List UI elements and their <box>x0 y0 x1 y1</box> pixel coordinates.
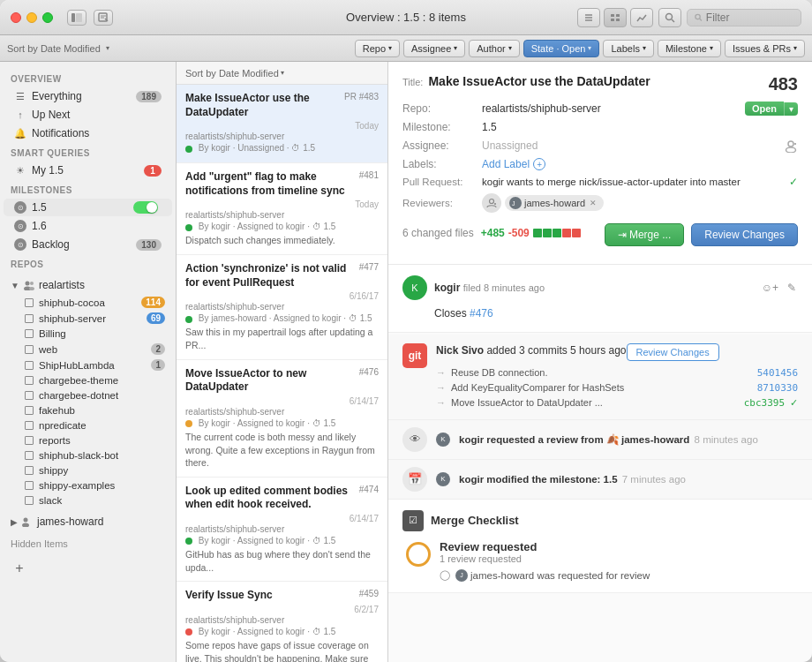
chart-view-button[interactable] <box>630 8 653 27</box>
issue-title-476: Move IssueActor to new DataUpdater <box>185 367 359 395</box>
issue-item-476[interactable]: Move IssueActor to new DataUpdater #476 … <box>177 360 387 478</box>
add-label-button[interactable]: + <box>533 158 545 170</box>
issue-sort-label[interactable]: Sort by Date Modified <box>185 68 279 79</box>
close-button[interactable] <box>11 12 21 23</box>
titlebar-right <box>577 8 801 27</box>
repo-item-npredicate[interactable]: npredicate <box>4 418 172 433</box>
milestone-15-toggle[interactable] <box>133 201 158 214</box>
sidebar-section-overview: Overview <box>0 69 176 87</box>
filter-author[interactable]: Author▾ <box>469 40 519 57</box>
people-icon-2 <box>21 516 34 527</box>
svg-rect-1 <box>76 13 82 22</box>
repo-group-expand-icon: ▶ <box>11 517 18 527</box>
add-label-link[interactable]: Add Label <box>482 158 530 170</box>
sidebar-add-button[interactable]: + <box>11 560 28 577</box>
filter-labels[interactable]: Labels▾ <box>603 40 653 57</box>
issue-item-474[interactable]: Look up edited comment bodies when edit … <box>177 478 387 583</box>
maximize-button[interactable] <box>42 12 53 23</box>
open-state-select[interactable]: Open ▾ <box>745 102 798 116</box>
commit-hash-2[interactable]: 8710330 <box>757 382 798 394</box>
search-bar[interactable] <box>687 9 801 26</box>
issue-item-459[interactable]: Verify Issue Sync #459 6/2/17 realartist… <box>177 582 387 662</box>
repo-icon-shiphub-cocoa <box>25 298 34 307</box>
merge-button[interactable]: ⇥ Merge ... <box>605 223 685 246</box>
filter-milestone[interactable]: Milestone▾ <box>658 40 721 57</box>
sidebar-milestone-backlog[interactable]: ⊙ Backlog 130 <box>4 236 172 253</box>
repo-item-shippy-examples[interactable]: shippy-examples <box>4 478 172 493</box>
search-toggle-button[interactable] <box>658 8 681 27</box>
search-icon <box>695 13 703 22</box>
repo-item-chargebee-theme[interactable]: chargebee-theme <box>4 373 172 387</box>
repo-item-shippy[interactable]: shippy <box>4 463 172 478</box>
sidebar-item-notifications[interactable]: 🔔 Notifications <box>4 124 172 142</box>
list-view-button[interactable] <box>577 8 600 27</box>
issue-desc-459: Some repos have gaps of issue coverage o… <box>185 639 379 662</box>
issue-number-483: PR #483 <box>344 92 379 102</box>
issue-item-477[interactable]: Action 'synchronize' is not valid for ev… <box>177 255 387 360</box>
detail-labels-row: Labels: Add Label + <box>402 158 798 170</box>
diff-bar-2 <box>543 229 552 237</box>
reviewer-remove-james-howard[interactable]: ✕ <box>590 199 597 207</box>
repo-group-header-realartists[interactable]: ▼ realartists <box>4 276 172 294</box>
everything-icon: ☰ <box>14 90 26 102</box>
repo-group-james-howard[interactable]: ▶ james-howard <box>4 513 172 530</box>
repo-item-reports[interactable]: reports <box>4 433 172 448</box>
sidebar-item-my15[interactable]: ☀ My 1.5 1 <box>4 162 172 179</box>
minimize-button[interactable] <box>26 12 37 23</box>
commit-check-3: ✓ <box>790 397 798 409</box>
repo-group-collapse-icon: ▼ <box>11 281 19 290</box>
grid-view-button[interactable] <box>604 8 627 27</box>
sidebar-toggle-button[interactable] <box>67 10 86 26</box>
commit-hash-3[interactable]: cbc3395 <box>744 397 785 409</box>
sort-label[interactable]: Sort by Date Modified <box>7 43 101 54</box>
add-reviewer-button[interactable] <box>482 193 501 213</box>
repo-item-billing[interactable]: Billing <box>4 327 172 341</box>
assign-person-icon[interactable] <box>784 139 798 153</box>
activity-review-btn[interactable]: Review Changes <box>627 343 719 361</box>
comment-smiley-button[interactable]: ☺+ <box>760 280 780 296</box>
open-select-arrow[interactable]: ▾ <box>784 102 798 116</box>
issue-dot-483 <box>185 146 192 153</box>
repo-item-shiphub-slack-bot[interactable]: shiphub-slack-bot <box>4 448 172 463</box>
main-content: Overview ☰ Everything 189 ↑ Up Next 🔔 No… <box>0 62 812 662</box>
svg-point-24 <box>786 147 796 153</box>
sidebar-milestone-16[interactable]: ⊙ 1.6 <box>4 217 172 235</box>
repo-item-shiphublambda[interactable]: ShipHubLambda 1 <box>4 357 172 372</box>
filter-assignee[interactable]: Assignee▾ <box>403 40 465 57</box>
issue-item-481[interactable]: Add "urgent" flag to make notifications … <box>177 163 387 255</box>
repo-item-shiphub-server[interactable]: shiphub-server 69 <box>4 311 172 326</box>
issue-item-483[interactable]: Make IssueActor use the DataUpdater PR #… <box>177 85 387 163</box>
commit-hash-1[interactable]: 5401456 <box>757 367 798 379</box>
repo-item-shiphub-cocoa[interactable]: shiphub-cocoa 114 <box>4 295 172 310</box>
search-input[interactable] <box>706 11 793 24</box>
repo-item-chargebee-dotnet[interactable]: chargebee-dotnet <box>4 388 172 402</box>
sidebar-milestone-15[interactable]: ⊙ 1.5 <box>4 199 172 216</box>
open-badge: Open <box>745 102 784 116</box>
detail-milestone-label: Milestone: <box>402 121 482 133</box>
issue-desc-477: Saw this in my papertrail logs after upd… <box>185 326 379 351</box>
filter-repo[interactable]: Repo▾ <box>355 40 400 57</box>
comment-link[interactable]: #476 <box>470 307 493 320</box>
sort-bar: Sort by Date Modified ▾ <box>177 62 387 85</box>
commit-desc-3: Move IssueActor to DataUpdater ... <box>451 397 739 408</box>
filter-state[interactable]: State · Open▾ <box>523 40 600 57</box>
svg-point-19 <box>30 282 34 285</box>
detail-title-label: Title: <box>402 77 423 87</box>
repo-item-web[interactable]: web 2 <box>4 342 172 357</box>
detail-pr-value: kogir wants to merge nick/issue-actor-up… <box>482 177 786 187</box>
repo-item-fakehub[interactable]: fakehub <box>4 403 172 418</box>
svg-line-14 <box>672 19 674 22</box>
repo-icon-shiphublambda <box>25 361 34 370</box>
sidebar-item-everything[interactable]: ☰ Everything 189 <box>4 87 172 105</box>
sidebar-item-upnext[interactable]: ↑ Up Next <box>4 106 172 124</box>
review-changes-button[interactable]: Review Changes <box>691 223 798 246</box>
filter-issues-prs[interactable]: Issues & PRs▾ <box>725 40 805 57</box>
comment-edit-button[interactable]: ✎ <box>786 280 798 296</box>
sidebar: Overview ☰ Everything 189 ↑ Up Next 🔔 No… <box>0 62 177 662</box>
diff-plus: +485 <box>481 227 505 239</box>
repo-item-slack[interactable]: slack <box>4 493 172 508</box>
issue-title-481: Add "urgent" flag to make notifications … <box>185 170 359 198</box>
sidebar-badge-backlog: 130 <box>136 239 162 251</box>
repo-label-shiphub-cocoa: shiphub-cocoa <box>39 297 141 308</box>
compose-button[interactable] <box>94 10 113 26</box>
